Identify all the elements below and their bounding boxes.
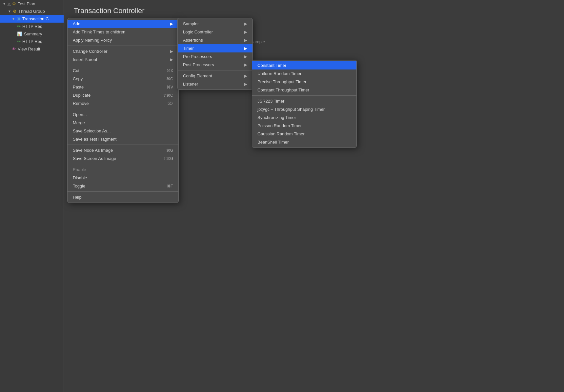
sidebar-item-transaction-controller[interactable]: ▼ ▣ Transaction C... [0, 15, 64, 23]
triangle-icon: △ [8, 2, 10, 6]
menu-item-insert-parent[interactable]: Insert Parent ▶ [68, 55, 178, 64]
menu-item-synchronizing-timer-label: Synchronizing Timer [257, 115, 296, 120]
sidebar-item-summary-label: Summary [24, 31, 42, 36]
menu-item-uniform-random-timer[interactable]: Uniform Random Timer [252, 69, 356, 78]
menu-item-remove[interactable]: Remove ⌦ [68, 99, 178, 108]
menu-item-save-as-test-fragment[interactable]: Save as Test Fragment [68, 135, 178, 143]
menu-item-enable-label: Enable [73, 167, 86, 172]
menu-item-apply-naming-policy[interactable]: Apply Naming Policy [68, 36, 178, 44]
sidebar-item-summary[interactable]: 📊 Summary [0, 30, 64, 38]
menu-item-constant-throughput-timer-label: Constant Throughput Timer [257, 88, 309, 92]
menu-item-logic-controller-label: Logic Controller [183, 29, 213, 34]
menu-item-toggle[interactable]: Toggle ⌘T [68, 182, 178, 190]
submenu-arrow-config: ▶ [244, 73, 247, 78]
menu-item-paste-shortcut: ⌘V [167, 85, 173, 89]
sidebar-item-view-results[interactable]: 👁 View Result [0, 45, 64, 53]
menu-item-open[interactable]: Open... [68, 110, 178, 119]
menu-item-poisson-random-timer-label: Poisson Random Timer [257, 123, 302, 128]
gear-icon: ⚙ [12, 1, 16, 6]
menu-item-insert-parent-label: Insert Parent [73, 57, 97, 62]
menu-item-jp-gc-timer[interactable]: jp@gc – Throughput Shaping Timer [252, 105, 356, 113]
menu-item-config-element[interactable]: Config Element ▶ [178, 72, 252, 80]
menu-item-change-controller[interactable]: Change Controller ▶ [68, 47, 178, 55]
submenu-arrow-listener: ▶ [244, 82, 247, 87]
menu-item-timer-label: Timer [183, 46, 194, 51]
sidebar-item-http-request-1[interactable]: ✏ HTTP Req [0, 23, 64, 30]
submenu-arrow-sampler: ▶ [244, 21, 247, 26]
menu-item-copy-label: Copy [73, 76, 83, 81]
menu-item-gaussian-random-timer[interactable]: Gaussian Random Timer [252, 130, 356, 138]
submenu-arrow-add: ▶ [170, 21, 173, 26]
menu-item-disable-label: Disable [73, 175, 87, 180]
separator-1 [68, 46, 178, 46]
menu-item-jsr223-timer[interactable]: JSR223 Timer [252, 97, 356, 105]
sidebar-item-thread-group[interactable]: ▼ ⚙ Thread Group [0, 8, 64, 15]
menu-item-listener[interactable]: Listener ▶ [178, 80, 252, 88]
menu-item-gaussian-random-timer-label: Gaussian Random Timer [257, 131, 305, 136]
menu-item-save-screen-shortcut: ⇧⌘G [163, 156, 173, 161]
menu-item-pre-processors[interactable]: Pre Processors ▶ [178, 52, 252, 61]
menu-item-listener-label: Listener [183, 82, 198, 87]
menu-item-sampler-label: Sampler [183, 21, 199, 26]
menu-item-config-element-label: Config Element [183, 73, 212, 78]
submenu-arrow-post: ▶ [244, 62, 247, 67]
menu-item-duplicate-shortcut: ⇧⌘C [163, 93, 173, 98]
menu-item-remove-label: Remove [73, 101, 89, 106]
menu-item-post-processors[interactable]: Post Processors ▶ [178, 61, 252, 69]
separator-2 [68, 65, 178, 65]
menu-item-copy[interactable]: Copy ⌘C [68, 75, 178, 83]
separator-timer-1 [252, 95, 356, 96]
menu-item-constant-timer-label: Constant Timer [257, 63, 286, 68]
context-menu-level-3: Constant Timer Uniform Random Timer Prec… [252, 60, 357, 148]
menu-item-save-selection-as[interactable]: Save Selection As... [68, 127, 178, 135]
sidebar-item-http-request-2[interactable]: ✏ HTTP Req [0, 38, 64, 45]
menu-item-synchronizing-timer[interactable]: Synchronizing Timer [252, 113, 356, 122]
menu-item-duplicate[interactable]: Duplicate ⇧⌘C [68, 91, 178, 99]
pencil-icon-2: ✏ [17, 39, 21, 44]
menu-item-disable[interactable]: Disable [68, 174, 178, 182]
menu-item-beanshell-timer-label: BeanShell Timer [257, 140, 289, 145]
menu-item-sampler[interactable]: Sampler ▶ [178, 20, 252, 28]
menu-item-add[interactable]: Add ▶ [68, 20, 178, 28]
menu-item-add-label: Add [73, 21, 80, 26]
menu-item-save-node-as-image[interactable]: Save Node As Image ⌘G [68, 146, 178, 154]
menu-item-timer[interactable]: Timer ▶ [178, 44, 252, 52]
folder-icon: ▣ [17, 16, 21, 21]
menu-item-add-think-times-label: Add Think Times to children [73, 29, 125, 34]
sidebar-item-transaction-controller-label: Transaction C... [22, 16, 52, 21]
menu-item-assertions[interactable]: Assertions ▶ [178, 36, 252, 44]
collapse-icon-2: ▼ [8, 10, 11, 13]
submenu-arrow-insert: ▶ [170, 57, 173, 62]
menu-item-constant-throughput-timer[interactable]: Constant Throughput Timer [252, 86, 356, 94]
menu-item-beanshell-timer[interactable]: BeanShell Timer [252, 138, 356, 146]
menu-item-merge[interactable]: Merge [68, 119, 178, 127]
menu-item-jp-gc-timer-label: jp@gc – Throughput Shaping Timer [257, 107, 325, 112]
menu-item-save-node-shortcut: ⌘G [166, 148, 173, 153]
menu-item-cut-label: Cut [73, 68, 79, 73]
menu-item-cut[interactable]: Cut ⌘X [68, 67, 178, 75]
submenu-arrow-logic: ▶ [244, 29, 247, 34]
submenu-arrow-pre: ▶ [244, 54, 247, 59]
submenu-arrow-change: ▶ [170, 49, 173, 54]
menu-item-help[interactable]: Help [68, 193, 178, 201]
sidebar-item-http-req-1-label: HTTP Req [22, 24, 42, 29]
sidebar-item-test-plan[interactable]: ▼ △ ⚙ Test Plan [0, 0, 64, 8]
menu-item-constant-timer[interactable]: Constant Timer [252, 61, 356, 69]
menu-item-precise-throughput-timer[interactable]: Precise Throughput Timer [252, 78, 356, 86]
separator-4 [68, 145, 178, 145]
chart-icon: 📊 [17, 31, 22, 36]
sidebar-item-test-plan-label: Test Plan [18, 1, 35, 6]
menu-item-save-selection-as-label: Save Selection As... [73, 128, 111, 133]
menu-item-save-screen-as-image[interactable]: Save Screen As Image ⇧⌘G [68, 154, 178, 163]
menu-item-paste[interactable]: Paste ⌘V [68, 83, 178, 91]
eye-icon: 👁 [12, 47, 16, 51]
menu-item-help-label: Help [73, 195, 82, 200]
menu-item-add-think-times[interactable]: Add Think Times to children [68, 28, 178, 36]
menu-item-remove-shortcut: ⌦ [168, 101, 173, 106]
menu-item-duplicate-label: Duplicate [73, 93, 91, 98]
menu-item-logic-controller[interactable]: Logic Controller ▶ [178, 28, 252, 36]
submenu-arrow-assertions: ▶ [244, 38, 247, 43]
menu-item-pre-processors-label: Pre Processors [183, 54, 212, 59]
menu-item-merge-label: Merge [73, 120, 85, 125]
menu-item-poisson-random-timer[interactable]: Poisson Random Timer [252, 122, 356, 130]
